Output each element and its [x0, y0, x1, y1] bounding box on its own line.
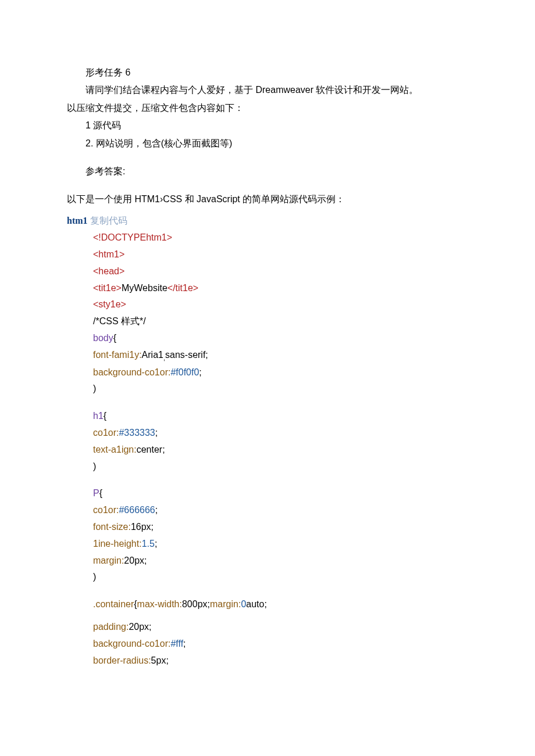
code-line: body{ — [93, 330, 535, 347]
code-lang-label: htm1 — [67, 216, 88, 225]
code-line: <sty1e> — [93, 296, 535, 313]
example-desc: 以下是一个使用 HTM1›CSS 和 JavaScript 的简单网站源代码示例… — [67, 191, 535, 208]
code-line: border-radius:5px; — [93, 653, 535, 669]
code-line: co1or:#333333; — [93, 425, 535, 442]
code-line: 1ine-height:1.5; — [93, 536, 535, 553]
code-line: ) — [93, 569, 535, 586]
code-line: background-co1or:#f0f0f0; — [93, 364, 535, 381]
code-line: co1or:#666666; — [93, 502, 535, 519]
task-item-2: 2. 网站说明，包含(核心界面截图等) — [67, 135, 488, 152]
copy-code-label: 复制代码 — [90, 216, 127, 225]
code-line: <head> — [93, 263, 535, 280]
code-line: <tit1e>MyWebsite</tit1e> — [93, 280, 535, 297]
code-line: P{ — [93, 485, 535, 502]
code-line: font-size:16px; — [93, 519, 535, 536]
reference-answer: 参考答案: — [67, 163, 488, 180]
code-line: ) — [93, 381, 535, 397]
code-line: font-fami1y:Aria1,sans-serif; — [93, 347, 535, 364]
code-line: background-co1or:#fff; — [93, 636, 535, 653]
code-block: <!DOCTYPEhtm1> <htm1> <head> <tit1e>MyWe… — [93, 230, 535, 669]
task-desc-1a: 请同学们结合课程内容与个人爱好，基于 Dreamweaver 软件设计和开发一网… — [67, 81, 488, 99]
code-line: .container{max-width:800px;margin:0auto; — [93, 596, 535, 613]
code-line: text-a1ign:center; — [93, 442, 535, 458]
code-line: h1{ — [93, 408, 535, 425]
task-title: 形考任务 6 — [67, 64, 488, 81]
task-desc-1b: 以压缩文件提交，压缩文件包含内容如下： — [67, 99, 535, 117]
task-item-1: 1 源代码 — [67, 117, 488, 134]
code-line: margin:20px; — [93, 553, 535, 569]
code-line: <htm1> — [93, 246, 535, 263]
code-line: padding:20px; — [93, 619, 535, 636]
code-line: /*CSS 样式*/ — [93, 313, 535, 330]
code-line: ) — [93, 458, 535, 475]
code-line: <!DOCTYPEhtm1> — [93, 230, 535, 246]
